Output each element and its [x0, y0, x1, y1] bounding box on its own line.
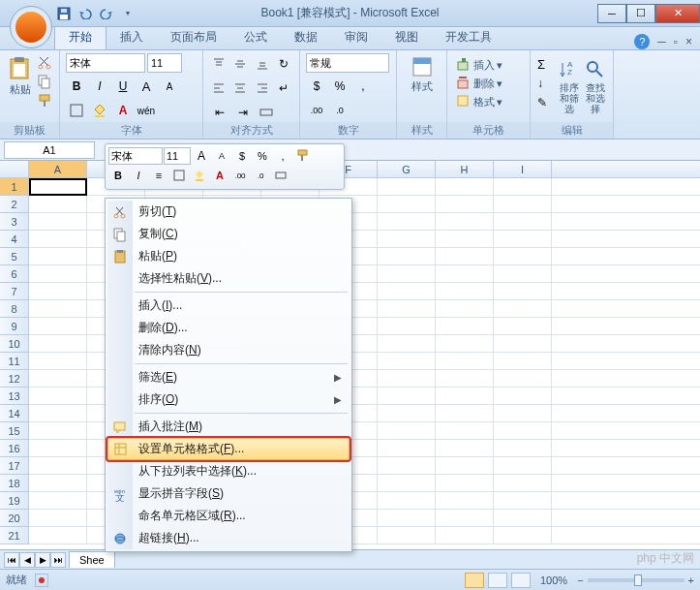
minimize-button[interactable]: ─: [597, 4, 626, 23]
zoom-slider[interactable]: [588, 578, 685, 582]
row-header[interactable]: 7: [0, 283, 29, 300]
selected-cell[interactable]: [29, 178, 87, 196]
fill-color-icon[interactable]: [89, 100, 110, 121]
mini-currency-icon[interactable]: $: [232, 147, 252, 165]
font-name-select[interactable]: [66, 53, 145, 73]
tab-formulas[interactable]: 公式: [230, 25, 281, 49]
shrink-font-icon[interactable]: A: [159, 76, 180, 97]
underline-button[interactable]: U: [112, 76, 134, 97]
row-header[interactable]: 4: [0, 231, 29, 248]
macro-record-icon[interactable]: [35, 574, 48, 587]
row-header[interactable]: 2: [0, 196, 29, 213]
row-header[interactable]: 15: [0, 422, 29, 440]
insert-button[interactable]: 插入 ▾: [453, 56, 524, 74]
align-middle-icon[interactable]: [230, 53, 250, 75]
zoom-percent[interactable]: 100%: [534, 574, 573, 586]
page-layout-view-icon[interactable]: [488, 573, 507, 588]
col-header[interactable]: H: [436, 161, 494, 177]
help-icon[interactable]: ?: [634, 34, 650, 49]
context-menu-item[interactable]: 剪切(T): [107, 201, 350, 223]
copy-icon[interactable]: [36, 73, 53, 90]
decrease-decimal-icon[interactable]: .0: [329, 100, 350, 121]
name-box[interactable]: [4, 141, 95, 159]
autosum-icon[interactable]: Σ: [536, 56, 554, 74]
percent-icon[interactable]: %: [329, 76, 350, 97]
close-button[interactable]: ✕: [655, 4, 700, 23]
tab-data[interactable]: 数据: [281, 25, 331, 49]
align-center-icon[interactable]: [230, 78, 250, 99]
row-header[interactable]: 17: [0, 457, 29, 475]
format-painter-icon[interactable]: [36, 92, 53, 109]
mini-italic-icon[interactable]: I: [129, 167, 148, 184]
align-bottom-icon[interactable]: [253, 53, 272, 75]
orientation-icon[interactable]: ↻: [274, 53, 293, 75]
col-header[interactable]: A: [29, 161, 87, 177]
context-menu-item[interactable]: 选择性粘贴(V)...: [107, 267, 350, 290]
tab-insert[interactable]: 插入: [107, 25, 157, 49]
mini-merge-icon[interactable]: [271, 167, 290, 184]
align-left-icon[interactable]: [209, 78, 228, 99]
col-header[interactable]: I: [494, 161, 552, 177]
inner-minimize-icon[interactable]: ─: [657, 35, 666, 48]
mini-align-center-icon[interactable]: ≡: [149, 167, 168, 184]
mini-border-icon[interactable]: [169, 167, 189, 184]
row-header[interactable]: 9: [0, 318, 29, 335]
first-sheet-icon[interactable]: ⏮: [4, 552, 19, 568]
tab-dev[interactable]: 开发工具: [432, 25, 505, 49]
increase-indent-icon[interactable]: ⇥: [232, 102, 254, 123]
row-header[interactable]: 12: [0, 370, 29, 388]
mini-grow-font-icon[interactable]: A: [192, 147, 211, 165]
context-menu-item[interactable]: 删除(D)...: [107, 317, 350, 339]
context-menu-item[interactable]: wén文显示拼音字段(S): [107, 482, 350, 505]
page-break-view-icon[interactable]: [511, 573, 531, 588]
context-menu-item[interactable]: 复制(C): [107, 223, 350, 245]
context-menu-item[interactable]: 插入批注(M): [107, 416, 350, 438]
increase-decimal-icon[interactable]: .00: [306, 100, 327, 121]
last-sheet-icon[interactable]: ⏭: [50, 552, 66, 568]
format-button[interactable]: 格式 ▾: [453, 93, 524, 110]
wrap-text-icon[interactable]: ↵: [274, 78, 293, 99]
comma-icon[interactable]: ,: [352, 76, 374, 97]
bold-button[interactable]: B: [66, 76, 87, 97]
row-header[interactable]: 16: [0, 440, 29, 457]
mini-inc-decimal-icon[interactable]: .00: [230, 167, 250, 184]
mini-comma-icon[interactable]: ,: [273, 147, 292, 165]
align-top-icon[interactable]: [209, 53, 228, 75]
decrease-indent-icon[interactable]: ⇤: [209, 102, 230, 123]
inner-restore-icon[interactable]: ▫: [674, 35, 678, 48]
mini-dec-decimal-icon[interactable]: .0: [251, 167, 270, 184]
merge-icon[interactable]: [256, 102, 277, 123]
qat-dropdown-icon[interactable]: ▾: [120, 6, 136, 21]
mini-font-color-icon[interactable]: A: [210, 167, 229, 184]
context-menu-item[interactable]: 筛选(E)▶: [107, 366, 350, 388]
font-color-icon[interactable]: A: [112, 100, 134, 121]
context-menu-item[interactable]: 从下拉列表中选择(K)...: [107, 460, 350, 482]
inner-close-icon[interactable]: ×: [685, 35, 692, 48]
zoom-out-icon[interactable]: −: [577, 574, 583, 586]
mini-font-name[interactable]: [108, 147, 163, 165]
grow-font-icon[interactable]: A: [136, 76, 157, 97]
row-header[interactable]: 10: [0, 335, 29, 353]
mini-percent-icon[interactable]: %: [253, 147, 272, 165]
number-format-select[interactable]: [306, 53, 389, 73]
row-header[interactable]: 18: [0, 475, 29, 492]
mini-bold-icon[interactable]: B: [108, 167, 128, 184]
row-header[interactable]: 14: [0, 405, 29, 422]
row-header[interactable]: 5: [0, 248, 29, 265]
mini-shrink-font-icon[interactable]: A: [212, 147, 231, 165]
font-size-select[interactable]: [147, 53, 182, 73]
row-header[interactable]: 3: [0, 213, 29, 231]
row-header[interactable]: 20: [0, 510, 29, 527]
mini-font-size[interactable]: [164, 147, 191, 165]
undo-icon[interactable]: [77, 6, 93, 21]
context-menu-item[interactable]: 超链接(H)...: [107, 527, 350, 549]
redo-icon[interactable]: [99, 6, 114, 21]
align-right-icon[interactable]: [253, 78, 272, 99]
prev-sheet-icon[interactable]: ◀: [19, 552, 35, 568]
row-header[interactable]: 6: [0, 265, 29, 283]
tab-home[interactable]: 开始: [54, 24, 107, 49]
row-header[interactable]: 13: [0, 388, 29, 405]
currency-icon[interactable]: $: [306, 76, 327, 97]
normal-view-icon[interactable]: [465, 573, 484, 588]
border-icon[interactable]: [66, 100, 87, 121]
